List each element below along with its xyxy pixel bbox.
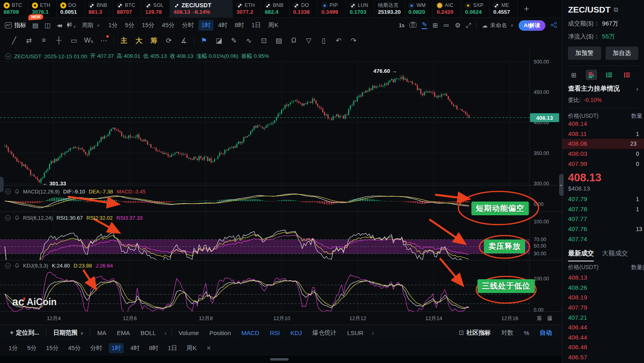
ai-analysis-button[interactable]: AI解读: [519, 20, 546, 31]
alert-bell-icon[interactable]: [15, 215, 19, 221]
locate-button[interactable]: ⌖定位到...: [5, 329, 44, 337]
community-indicators-button[interactable]: ⊡社区指标: [454, 329, 496, 337]
period-tab-1日[interactable]: 1日: [249, 20, 264, 31]
trend-line-icon[interactable]: ╱: [6, 36, 21, 45]
add-chart-icon[interactable]: ⊞: [433, 22, 438, 29]
ticker-tab-BTC[interactable]: BTC88709: [0, 0, 28, 17]
ticker-tab-ZEC/USDT[interactable]: ZEC/USDT408.13-8.14%: [170, 0, 233, 17]
period-tab-1时[interactable]: 1时: [198, 20, 213, 31]
indicator-RSI[interactable]: RSI: [264, 329, 285, 336]
collapse-chevron-icon[interactable]: [5, 189, 11, 195]
replay-icon[interactable]: ◂◂: [57, 22, 61, 29]
pattern-icon[interactable]: ∿: [241, 36, 256, 45]
share-icon[interactable]: [551, 22, 557, 29]
overlay-EMA[interactable]: EMA: [112, 329, 135, 336]
add-alert-button[interactable]: 加预警: [568, 47, 601, 60]
macd-title[interactable]: MACD(12,26,9): [23, 189, 59, 195]
book-row[interactable]: 407.77: [568, 214, 638, 224]
rectangle-icon[interactable]: ▭: [66, 36, 81, 45]
cross-line-icon[interactable]: ┼: [51, 36, 66, 45]
period-tab-分时[interactable]: 分时: [179, 20, 197, 31]
ticker-tab-SXP[interactable]: SXP0.0624: [461, 0, 490, 17]
collapse-chevron-icon[interactable]: [5, 53, 11, 59]
date-range-button[interactable]: 日期范围 ∨: [48, 329, 89, 337]
main-orders-link[interactable]: 查看主力挂单情况 ›: [568, 85, 638, 93]
book-row[interactable]: 408.030: [568, 149, 638, 159]
period-tab-15分[interactable]: 15分: [43, 343, 62, 353]
channel-icon[interactable]: ⇄: [21, 36, 36, 45]
ticker-tab-WM[interactable]: WM0.0820: [405, 0, 433, 17]
horizontal-scrollbar[interactable]: [270, 358, 289, 361]
big-chart-button[interactable]: 大: [131, 36, 146, 45]
compare-icon[interactable]: ◫: [44, 22, 51, 29]
add-watchlist-button[interactable]: 加自选: [606, 47, 639, 60]
kdj-title[interactable]: KDJ(9,3,3): [23, 263, 48, 269]
refresh-icon[interactable]: ⟳: [161, 36, 176, 45]
ticker-tab-LUN[interactable]: LUN0.1703: [346, 0, 374, 17]
screenshot-icon[interactable]: [410, 22, 416, 29]
trades-tab-大额成交[interactable]: 大额成交: [602, 249, 628, 261]
close-period-bar-icon[interactable]: ✕: [206, 345, 211, 351]
ticker-tab-AIC[interactable]: AIC0.2420: [433, 0, 461, 17]
trash-icon[interactable]: ▯: [316, 36, 331, 45]
book-row[interactable]: 408.0623: [562, 139, 644, 149]
note-icon[interactable]: ▤: [271, 36, 286, 45]
period-tab-4时[interactable]: 4时: [127, 343, 142, 353]
period-menu[interactable]: 周期∨: [82, 22, 99, 29]
period-tab-45分[interactable]: 45分: [65, 343, 84, 353]
period-tab-周K[interactable]: 周K: [184, 343, 199, 353]
indicator-more-icon[interactable]: ›: [369, 329, 377, 336]
add-panel-icon[interactable]: ⊞: [568, 70, 579, 80]
book-asks-icon[interactable]: [621, 70, 633, 80]
period-tab-分时[interactable]: 分时: [87, 343, 105, 353]
period-tab-15分[interactable]: 15分: [139, 20, 158, 31]
book-row[interactable]: 408.111: [568, 129, 638, 139]
more-tools-icon[interactable]: ⋯: [96, 36, 111, 45]
period-tab-1分[interactable]: 1分: [6, 343, 21, 353]
brush-icon[interactable]: ✎: [226, 36, 241, 45]
ticker-tab-SOL[interactable]: SOL129.78: [141, 0, 170, 17]
ticker-tab-BNB[interactable]: BNB882.4: [261, 0, 289, 17]
elliott-wave-icon[interactable]: W₅: [81, 36, 96, 45]
book-row[interactable]: 408.14: [568, 119, 638, 129]
indicator-Volume[interactable]: Volume: [173, 329, 204, 336]
draw-pencil-icon[interactable]: ✎: [422, 21, 427, 29]
indicator-KDJ[interactable]: KDJ: [285, 329, 307, 336]
main-chart-button[interactable]: 主: [116, 36, 131, 45]
ticker-tab-ME[interactable]: ME0.4557: [490, 0, 518, 17]
percent-scale-button[interactable]: %: [519, 329, 534, 336]
eraser-icon[interactable]: ◪: [211, 36, 226, 45]
book-row[interactable]: 407.990: [568, 159, 638, 169]
period-tab-5分[interactable]: 5分: [122, 20, 137, 31]
lock-icon[interactable]: ⊡: [256, 36, 271, 45]
ticker-tab-PIP[interactable]: PIP0.3499: [318, 0, 346, 17]
alert-bell-icon[interactable]: [15, 189, 19, 194]
filter-icon[interactable]: ▽: [301, 36, 316, 45]
rsi-title[interactable]: RSI(6,12,24): [23, 215, 53, 221]
period-tab-4时[interactable]: 4时: [215, 20, 230, 31]
save-layout-icon[interactable]: ▤: [32, 22, 38, 29]
left-panel-handle[interactable]: [0, 177, 4, 192]
ticker-tab-BNB[interactable]: BNB881.3: [85, 0, 113, 17]
fullscreen-icon[interactable]: ⤢: [466, 22, 471, 29]
bookmark-icon[interactable]: ⚑: [196, 36, 211, 45]
add-ticker-button[interactable]: +: [518, 0, 535, 17]
chart-type-icon[interactable]: ∨: [67, 22, 76, 29]
book-row[interactable]: 407.7613: [568, 224, 638, 234]
last-price-block[interactable]: 408.13 $408.13: [568, 172, 638, 192]
book-row[interactable]: 407.74: [568, 234, 638, 244]
ticker-tab-BTC[interactable]: BTC88707: [113, 0, 141, 17]
vertical-scrollbar[interactable]: ▸: [559, 174, 564, 196]
indicator-LSUR[interactable]: LSUR: [342, 329, 369, 336]
period-tab-8时[interactable]: 8时: [146, 343, 161, 353]
layout-name-menu[interactable]: ☁ 未命名 ∨: [482, 22, 513, 29]
measure-icon[interactable]: ∡: [176, 36, 191, 45]
collapse-chevron-icon[interactable]: [5, 215, 11, 221]
ticker-tab-纳斯达克[interactable]: 纳斯达克25193.20: [374, 0, 405, 17]
period-tab-1时[interactable]: 1时: [109, 343, 124, 353]
copy-icon[interactable]: ⧉: [614, 6, 618, 13]
book-bids-icon[interactable]: [604, 70, 615, 80]
period-tab-45分[interactable]: 45分: [159, 20, 177, 31]
collapse-chevron-icon[interactable]: [5, 263, 11, 269]
period-tab-1分[interactable]: 1分: [106, 20, 120, 31]
